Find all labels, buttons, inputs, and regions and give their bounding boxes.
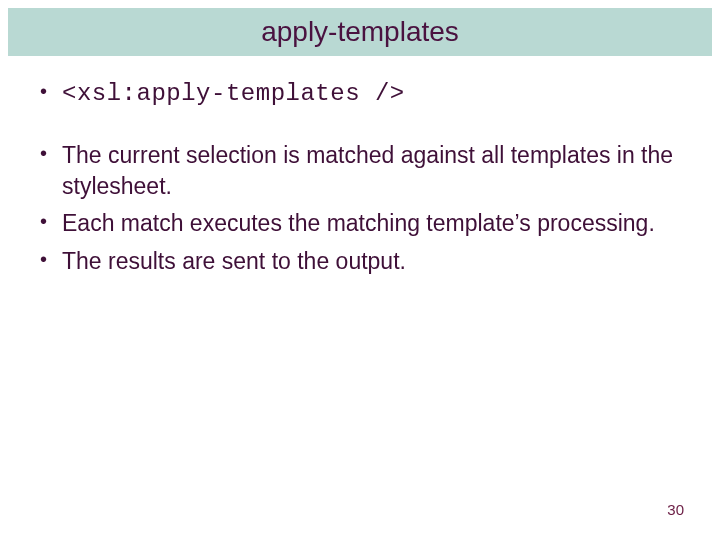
list-item: • The results are sent to the output. — [40, 246, 680, 277]
slide-title: apply-templates — [261, 16, 459, 48]
slide-content: • <xsl:apply-templates /> • The current … — [40, 78, 680, 283]
spacer — [40, 116, 680, 140]
bullet-text: The current selection is matched against… — [62, 140, 680, 202]
page-number: 30 — [667, 501, 684, 518]
bullet-text: Each match executes the matching templat… — [62, 208, 655, 239]
list-item: • The current selection is matched again… — [40, 140, 680, 202]
title-bar: apply-templates — [8, 8, 712, 56]
bullet-icon: • — [40, 246, 62, 272]
code-bullet: • <xsl:apply-templates /> — [40, 78, 680, 110]
code-line: <xsl:apply-templates /> — [62, 78, 405, 110]
bullet-text: The results are sent to the output. — [62, 246, 406, 277]
bullet-icon: • — [40, 208, 62, 234]
bullet-icon: • — [40, 78, 62, 104]
list-item: • Each match executes the matching templ… — [40, 208, 680, 239]
bullet-icon: • — [40, 140, 62, 166]
